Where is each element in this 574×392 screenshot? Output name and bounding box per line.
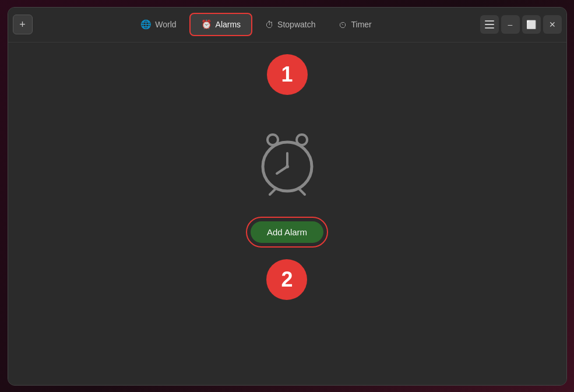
annotation-2: 2 [266, 259, 307, 300]
app-window: + 🌐 World ⏰ Alarms ⏱ Stopwatch ⏲ Timer [8, 7, 567, 386]
title-bar: + 🌐 World ⏰ Alarms ⏱ Stopwatch ⏲ Timer [8, 8, 566, 43]
tab-alarms-label: Alarms [216, 20, 241, 29]
tab-stopwatch[interactable]: ⏱ Stopwatch [255, 13, 326, 36]
stopwatch-icon: ⏱ [265, 20, 274, 30]
svg-line-7 [299, 189, 305, 195]
add-alarm-button[interactable]: Add Alarm [251, 221, 323, 243]
clock-icon-container [252, 127, 322, 199]
tab-stopwatch-label: Stopwatch [277, 20, 315, 29]
minimize-icon: – [508, 20, 513, 29]
add-new-button[interactable]: + [13, 15, 33, 34]
timer-icon: ⏲ [339, 20, 347, 30]
svg-point-5 [286, 165, 289, 168]
close-button[interactable]: ✕ [543, 15, 562, 34]
maximize-icon: ⬜ [526, 20, 536, 29]
add-icon: + [19, 19, 26, 31]
svg-line-4 [277, 167, 287, 174]
window-controls: – ⬜ ✕ [480, 15, 562, 34]
alarm-icon: ⏰ [201, 19, 212, 30]
alarm-clock-illustration [252, 127, 322, 197]
tabs-container: 🌐 World ⏰ Alarms ⏱ Stopwatch ⏲ Timer [33, 13, 480, 36]
main-content: 1 Add Alarm [8, 43, 566, 385]
tab-timer-label: Timer [351, 20, 371, 29]
world-icon: 🌐 [140, 19, 152, 30]
add-alarm-area: Add Alarm 2 [246, 217, 328, 300]
tab-timer[interactable]: ⏲ Timer [328, 13, 382, 36]
annotation-1: 1 [267, 54, 308, 95]
hamburger-icon [485, 20, 494, 29]
minimize-button[interactable]: – [501, 15, 520, 34]
tab-world[interactable]: 🌐 World [130, 13, 186, 36]
tab-alarms[interactable]: ⏰ Alarms [189, 13, 253, 36]
close-icon: ✕ [549, 20, 556, 29]
add-alarm-wrapper: Add Alarm [246, 217, 328, 248]
menu-button[interactable] [480, 15, 499, 34]
tab-world-label: World [155, 20, 176, 29]
maximize-button[interactable]: ⬜ [522, 15, 541, 34]
svg-line-6 [270, 189, 276, 195]
